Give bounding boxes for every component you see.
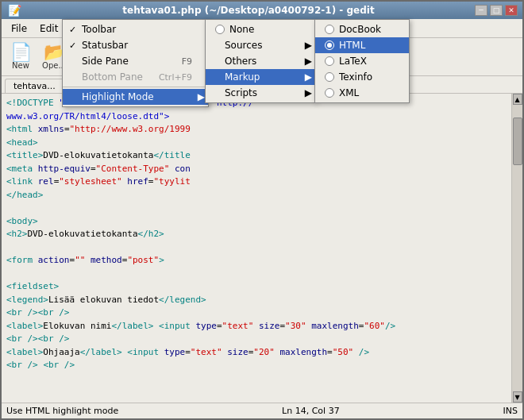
copy-label: Copy	[188, 61, 208, 70]
toolbar-sep-2	[145, 43, 146, 71]
minimize-button[interactable]: ─	[475, 5, 487, 16]
editor-line: <meta http-equiv="Content-Type" con	[6, 163, 507, 176]
editor-line	[6, 202, 507, 215]
editor-line: <title>DVD-elokuvatietokanta</title	[6, 149, 507, 163]
tabbar: tehtava...	[2, 76, 522, 94]
editor-line: <body>	[6, 215, 507, 229]
open-icon: 📂	[44, 44, 65, 61]
editor-line: <head>	[6, 137, 507, 150]
paste-icon: 📋	[222, 44, 243, 61]
editor-line: <fieldset>	[6, 280, 507, 294]
replace-label: Replace	[292, 61, 324, 70]
editor-line: <br /><br />	[6, 306, 507, 320]
code-editor[interactable]: <!DOCTYPE "HTML 4.01 Transitional//EN" "…	[2, 94, 511, 403]
editor-line: <html xmlns="http://www.w3.org/1999	[6, 123, 507, 137]
scrollbar[interactable]: ▲ ▼	[511, 94, 522, 403]
new-label: New	[12, 61, 29, 70]
new-button[interactable]: 📄 New	[5, 41, 37, 72]
editor-container: <!DOCTYPE "HTML 4.01 Transitional//EN" "…	[2, 94, 522, 403]
toolbar: 📄 New 📂 Ope... ↩ Undo ↪ Redo ✂ Cut ⎘ Cop…	[2, 38, 522, 76]
scroll-thumb[interactable]	[513, 118, 522, 165]
new-icon: 📄	[10, 44, 32, 61]
open-button[interactable]: 📂 Ope...	[38, 41, 70, 72]
cut-label: Cut	[158, 61, 171, 70]
toolbar-sep-1	[73, 43, 74, 71]
titlebar: 📝 tehtava01.php (~/Desktop/a0400792-1) -…	[2, 2, 522, 19]
status-ins-text: INS	[503, 406, 518, 416]
menu-help[interactable]: Help	[249, 21, 283, 36]
status-position-text: Ln 14, Col 37	[282, 406, 340, 416]
find-label: Find	[263, 61, 279, 70]
find-icon: 🔍	[260, 44, 282, 61]
menu-documents[interactable]: Documents	[182, 21, 249, 36]
find-button[interactable]: 🔍 Find	[255, 41, 287, 72]
redo-icon: ↪	[119, 44, 133, 61]
copy-icon: ⎘	[194, 44, 204, 61]
scroll-up-arrow[interactable]: ▲	[513, 94, 522, 105]
close-button[interactable]: ✕	[505, 5, 518, 16]
undo-button[interactable]: ↩ Undo	[77, 41, 109, 72]
titlebar-icon: 📝	[6, 4, 22, 17]
editor-line: <label>Ohjaaja</label> <input type="text…	[6, 346, 507, 360]
editor-line: <form action="" method="post">	[6, 254, 507, 268]
editor-line: <label>Elokuvan nimi</label> <input type…	[6, 320, 507, 333]
editor-line: <br /><br />	[6, 333, 507, 346]
menubar: File Edit View Search Tools Documents He…	[2, 19, 522, 38]
editor-line: <link rel="stylesheet" href="tyylit	[6, 175, 507, 189]
menu-file[interactable]: File	[5, 21, 33, 36]
open-label: Ope...	[42, 61, 66, 70]
copy-button[interactable]: ⎘ Copy	[183, 41, 214, 72]
cut-icon: ✂	[158, 44, 172, 61]
window-title: tehtava01.php (~/Desktop/a0400792-1) - g…	[22, 5, 475, 16]
scroll-down-arrow[interactable]: ▼	[513, 391, 522, 403]
toolbar-sep-3	[251, 43, 252, 71]
undo-label: Undo	[83, 61, 103, 70]
editor-line: www.w3.org/TR/html4/loose.dtd">	[6, 110, 507, 124]
titlebar-controls: ─ □ ✕	[475, 5, 518, 16]
menu-edit[interactable]: Edit	[33, 21, 64, 36]
editor-line: </head>	[6, 189, 507, 202]
maximize-button[interactable]: □	[490, 5, 503, 16]
editor-line: <br /> <br />	[6, 359, 507, 372]
paste-button[interactable]: 📋 Paste	[216, 41, 248, 72]
paste-label: Paste	[222, 61, 243, 70]
menu-view[interactable]: View	[64, 21, 99, 36]
tab-tehtava[interactable]: tehtava...	[5, 79, 64, 93]
redo-button[interactable]: ↪ Redo	[110, 41, 142, 72]
application-window: 📝 tehtava01.php (~/Desktop/a0400792-1) -…	[0, 0, 524, 420]
editor-line	[6, 268, 507, 281]
editor-line	[6, 241, 507, 255]
redo-label: Redo	[116, 61, 136, 70]
undo-icon: ↩	[86, 44, 100, 61]
replace-icon: 🔄	[297, 44, 318, 61]
status-mode-text: Use HTML highlight mode	[6, 406, 118, 416]
replace-button[interactable]: 🔄 Replace	[288, 41, 328, 72]
statusbar: Use HTML highlight mode Ln 14, Col 37 IN…	[2, 403, 522, 418]
menu-tools[interactable]: Tools	[145, 21, 182, 36]
editor-line: <legend>Lisää elokuvan tiedot</legend>	[6, 294, 507, 307]
editor-line: <h2>DVD-elokuvatietokanta</h2>	[6, 228, 507, 241]
menu-search[interactable]: Search	[100, 21, 145, 36]
editor-line: <!DOCTYPE "HTML 4.01 Transitional//EN" "…	[6, 97, 507, 110]
cut-button[interactable]: ✂ Cut	[149, 41, 181, 72]
